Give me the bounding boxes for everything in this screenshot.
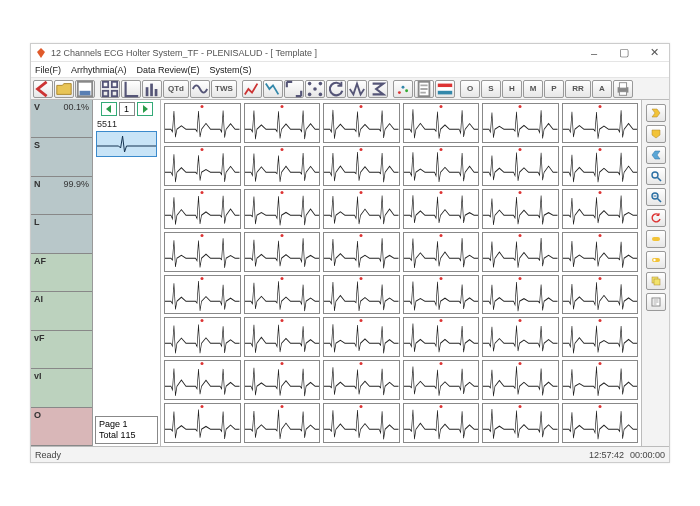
rt-zoom-button[interactable] (646, 167, 666, 185)
ecg-cell[interactable] (403, 146, 480, 186)
ecg-cell[interactable] (482, 275, 559, 315)
ecg-cell[interactable] (403, 403, 480, 443)
ecg-cell[interactable] (164, 317, 241, 357)
ecg-cell[interactable] (323, 360, 400, 400)
tool-grid-button[interactable] (100, 80, 120, 98)
tool-print-button[interactable] (613, 80, 633, 98)
category-l[interactable]: L (31, 215, 92, 253)
ecg-cell[interactable] (323, 275, 400, 315)
ecg-cell[interactable] (403, 275, 480, 315)
rt-toggle1-button[interactable] (646, 230, 666, 248)
ecg-cell[interactable] (244, 317, 321, 357)
tool-wave-button[interactable] (190, 80, 210, 98)
ecg-cell[interactable] (562, 360, 639, 400)
menu-datareview[interactable]: Data Review(E) (137, 65, 200, 75)
ecg-cell[interactable] (562, 275, 639, 315)
tool-sigma-button[interactable] (368, 80, 388, 98)
template-thumb[interactable] (96, 131, 157, 157)
ecg-cell[interactable] (562, 317, 639, 357)
tool-letter-m-button[interactable]: M (523, 80, 543, 98)
category-n[interactable]: N99.9% (31, 177, 92, 215)
rt-layers-button[interactable] (646, 272, 666, 290)
tool-letter-o-button[interactable]: O (460, 80, 480, 98)
tool-letter-s-button[interactable]: S (481, 80, 501, 98)
ecg-cell[interactable] (164, 146, 241, 186)
ecg-cell[interactable] (323, 146, 400, 186)
tool-flag-button[interactable] (435, 80, 455, 98)
tool-letter-h-button[interactable]: H (502, 80, 522, 98)
menu-arrhythmia[interactable]: Arrhythmia(A) (71, 65, 127, 75)
save-button[interactable] (75, 80, 95, 98)
category-ai[interactable]: AI (31, 292, 92, 330)
tool-zigzag-button[interactable] (347, 80, 367, 98)
maximize-button[interactable]: ▢ (613, 46, 635, 60)
tool-bars-button[interactable] (142, 80, 162, 98)
ecg-cell[interactable] (482, 403, 559, 443)
ecg-cell[interactable] (562, 189, 639, 229)
category-s[interactable]: S (31, 138, 92, 176)
ecg-cell[interactable] (562, 146, 639, 186)
ecg-cell[interactable] (403, 189, 480, 229)
rt-arrow-down-button[interactable] (646, 125, 666, 143)
ecg-cell[interactable] (244, 360, 321, 400)
ecg-cell[interactable] (482, 232, 559, 272)
category-vi[interactable]: vI (31, 369, 92, 407)
next-page-button[interactable] (137, 102, 153, 116)
tool-refresh-button[interactable] (326, 80, 346, 98)
ecg-cell[interactable] (562, 232, 639, 272)
ecg-cell[interactable] (403, 317, 480, 357)
category-vf[interactable]: vF (31, 331, 92, 369)
category-v[interactable]: V00.1% (31, 100, 92, 138)
rt-zoom-out-button[interactable] (646, 188, 666, 206)
close-button[interactable]: ✕ (643, 46, 665, 60)
ecg-cell[interactable] (403, 232, 480, 272)
prev-page-button[interactable] (101, 102, 117, 116)
ecg-cell[interactable] (164, 232, 241, 272)
ecg-cell[interactable] (562, 103, 639, 143)
rt-arrow-right-button[interactable] (646, 104, 666, 122)
ecg-cell[interactable] (164, 275, 241, 315)
ecg-cell[interactable] (323, 317, 400, 357)
tool-tws-button[interactable]: TWS (211, 80, 237, 98)
menu-system[interactable]: System(S) (210, 65, 252, 75)
ecg-cell[interactable] (244, 403, 321, 443)
ecg-cell[interactable] (164, 103, 241, 143)
ecg-cell[interactable] (323, 403, 400, 443)
tool-doc-button[interactable] (414, 80, 434, 98)
rt-note-button[interactable] (646, 293, 666, 311)
tool-letter-a-button[interactable]: A (592, 80, 612, 98)
ecg-cell[interactable] (244, 275, 321, 315)
open-button[interactable] (54, 80, 74, 98)
ecg-cell[interactable] (164, 360, 241, 400)
tool-axis-button[interactable] (121, 80, 141, 98)
ecg-cell[interactable] (244, 232, 321, 272)
ecg-cell[interactable] (482, 189, 559, 229)
ecg-cell[interactable] (164, 403, 241, 443)
category-o[interactable]: O (31, 408, 92, 446)
tool-trend2-button[interactable] (263, 80, 283, 98)
menu-file[interactable]: File(F) (35, 65, 61, 75)
ecg-cell[interactable] (244, 103, 321, 143)
tool-trend1-button[interactable] (242, 80, 262, 98)
ecg-cell[interactable] (323, 189, 400, 229)
ecg-cell[interactable] (562, 403, 639, 443)
ecg-cell[interactable] (164, 189, 241, 229)
ecg-cell[interactable] (482, 103, 559, 143)
ecg-cell[interactable] (403, 360, 480, 400)
tool-dots-button[interactable] (305, 80, 325, 98)
rt-arrow-left-button[interactable] (646, 146, 666, 164)
rt-toggle2-button[interactable] (646, 251, 666, 269)
ecg-cell[interactable] (244, 146, 321, 186)
tool-expand-button[interactable] (284, 80, 304, 98)
rt-reset-button[interactable] (646, 209, 666, 227)
tool-qtd-button[interactable]: QTd (163, 80, 189, 98)
tool-scatter-button[interactable] (393, 80, 413, 98)
ecg-cell[interactable] (482, 146, 559, 186)
minimize-button[interactable]: – (583, 46, 605, 60)
ecg-cell[interactable] (403, 103, 480, 143)
ecg-cell[interactable] (482, 317, 559, 357)
category-af[interactable]: AF (31, 254, 92, 292)
back-button[interactable] (33, 80, 53, 98)
ecg-cell[interactable] (244, 189, 321, 229)
tool-letter-rr-button[interactable]: RR (565, 80, 591, 98)
